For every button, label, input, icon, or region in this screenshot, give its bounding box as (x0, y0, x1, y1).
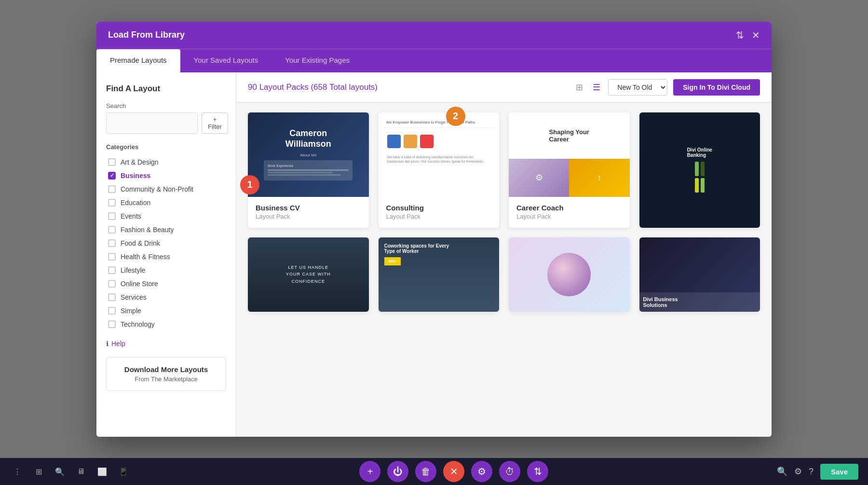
card-info-career-coach: Career Coach Layout Pack (509, 197, 630, 228)
tab-premade[interactable]: Premade Layouts (96, 49, 180, 72)
cat-checkbox-community (108, 185, 116, 193)
tab-saved[interactable]: Your Saved Layouts (180, 49, 272, 72)
cat-checkbox-food (108, 239, 116, 247)
modal-header: Load From Library ⇅ ✕ (96, 22, 772, 49)
layout-count-sub: (658 Total layouts) (311, 83, 378, 92)
card-name-business-cv: Business CV (256, 204, 361, 212)
tablet-button[interactable]: ⬜ (95, 464, 110, 479)
tab-bar: Premade Layouts Your Saved Layouts Your … (96, 49, 772, 72)
help-row[interactable]: ℹ Help (106, 340, 226, 347)
preview-business-cv: CameronWilliamson About Me Work Experien… (248, 112, 369, 197)
load-library-modal: Load From Library ⇅ ✕ Premade Layouts Yo… (96, 22, 772, 437)
trash-button[interactable]: 🗑 (415, 461, 436, 482)
cat-checkbox-health (108, 253, 116, 261)
sort-select[interactable]: New To Old Old To New A to Z Z to A (608, 79, 667, 96)
category-food[interactable]: Food & Drink (106, 236, 226, 250)
category-services[interactable]: Services (106, 291, 226, 304)
sign-in-button[interactable]: Sign In To Divi Cloud (673, 79, 760, 96)
card-name-consulting: Consulting (386, 204, 492, 212)
category-events[interactable]: Events (106, 209, 226, 223)
card-business-cv[interactable]: CameronWilliamson About Me Work Experien… (248, 112, 369, 228)
card-consulting[interactable]: We Empower Businesses to Forge Their Own… (379, 112, 500, 228)
sidebar: Find A Layout Search + Filter Categories… (96, 72, 236, 437)
card-preview-coworking: Coworking spaces for EveryType of Worker… (379, 237, 500, 312)
search-row: + Filter (106, 112, 226, 134)
card-coworking[interactable]: Coworking spaces for EveryType of Worker… (379, 237, 500, 312)
category-lifestyle[interactable]: Lifestyle (106, 263, 226, 277)
settings-right-icon[interactable]: ⚙ (794, 466, 802, 477)
download-box: Download More Layouts From The Marketpla… (106, 357, 226, 391)
main-content: 90 Layout Packs (658 Total layouts) ⊞ ☰ … (236, 72, 772, 437)
category-technology[interactable]: Technology (106, 318, 226, 331)
filter-button[interactable]: + Filter (202, 112, 228, 134)
grid-view-icon[interactable]: ⊞ (574, 80, 585, 95)
card-info-business-cv: Business CV Layout Pack (248, 197, 369, 228)
bottom-toolbar-center: + ⏻ 🗑 ✕ ⚙ ⏱ ⇅ (359, 461, 548, 482)
list-view-icon[interactable]: ☰ (591, 80, 602, 95)
category-business[interactable]: ✓ Business (106, 169, 226, 182)
close-modal-icon[interactable]: ✕ (752, 29, 760, 41)
bottom-toolbar-right: 🔍 ⚙ ? Save (777, 464, 858, 480)
cat-checkbox-simple (108, 307, 116, 315)
card-consultant[interactable]: Consultant Layout Pack (509, 237, 630, 312)
category-education[interactable]: Education (106, 196, 226, 209)
settings-button[interactable]: ⚙ (471, 461, 492, 482)
card-preview-attorney: LET US HANDLEYOUR CASE WITHCONFIDENCE (248, 237, 369, 312)
save-button[interactable]: Save (820, 464, 858, 480)
modal-title: Load From Library (108, 30, 185, 40)
modal-body: Find A Layout Search + Filter Categories… (96, 72, 772, 437)
grid-wrapper: 1 2 CameronWilliamson (248, 112, 760, 312)
mobile-button[interactable]: 📱 (116, 464, 131, 479)
layout-count: 90 Layout Packs (658 Total layouts) (248, 83, 378, 92)
help-right-icon[interactable]: ? (809, 467, 814, 477)
bottom-toolbar: ⋮ ⊞ 🔍 🖥 ⬜ 📱 + ⏻ 🗑 ✕ ⚙ ⏱ ⇅ 🔍 ⚙ ? Save (0, 458, 868, 485)
category-art[interactable]: Art & Design (106, 155, 226, 169)
card-preview-career-coach: Shaping YourCareer ⚙ ↑ (509, 112, 630, 197)
dots-menu-button[interactable]: ⋮ (10, 464, 25, 479)
card-preview-consulting: We Empower Businesses to Forge Their Own… (379, 112, 500, 197)
search-right-icon[interactable]: 🔍 (777, 466, 787, 477)
card-preview-consultant (509, 237, 630, 312)
modal-header-actions: ⇅ ✕ (736, 29, 760, 41)
modal-overlay: Load From Library ⇅ ✕ Premade Layouts Yo… (0, 0, 868, 458)
category-community[interactable]: Community & Non-Profit (106, 182, 226, 196)
category-simple[interactable]: Simple (106, 304, 226, 318)
sort-icon[interactable]: ⇅ (736, 29, 744, 41)
download-box-sub: From The Marketplace (114, 375, 218, 383)
card-preview-corporate: Divi BusinessSolutions (639, 237, 760, 312)
download-box-title: Download More Layouts (114, 365, 218, 374)
cat-checkbox-business: ✓ (108, 172, 116, 180)
add-button[interactable]: + (359, 461, 380, 482)
card-type-business-cv: Layout Pack (256, 213, 361, 220)
grid-area: 1 2 CameronWilliamson (236, 103, 772, 437)
cat-checkbox-online-store (108, 280, 116, 288)
close-button[interactable]: ✕ (443, 461, 464, 482)
card-type-consulting: Layout Pack (386, 213, 492, 220)
card-preview-business-cv: CameronWilliamson About Me Work Experien… (248, 112, 369, 197)
cat-checkbox-events (108, 212, 116, 220)
card-corporate[interactable]: Divi BusinessSolutions Corporate Layout … (639, 237, 760, 312)
card-attorney[interactable]: LET US HANDLEYOUR CASE WITHCONFIDENCE At… (248, 237, 369, 312)
cat-checkbox-art (108, 158, 116, 166)
help-icon: ℹ (106, 340, 108, 347)
sidebar-title: Find A Layout (106, 84, 226, 94)
badge-1: 1 (240, 175, 259, 194)
search-input[interactable] (106, 112, 198, 134)
card-preview-online-banking: Divi OnlineBanking (639, 112, 760, 228)
category-health[interactable]: Health & Fitness (106, 250, 226, 263)
card-career-coach[interactable]: Shaping YourCareer ⚙ ↑ (509, 112, 630, 228)
layout-button[interactable]: ⊞ (31, 464, 46, 479)
cat-checkbox-technology (108, 320, 116, 328)
category-online-store[interactable]: Online Store (106, 277, 226, 291)
tab-existing[interactable]: Your Existing Pages (271, 49, 363, 72)
search-button[interactable]: 🔍 (52, 464, 68, 479)
card-online-banking[interactable]: Divi OnlineBanking Online (639, 112, 760, 228)
cat-checkbox-education (108, 199, 116, 207)
search-label: Search (106, 102, 226, 110)
desktop-button[interactable]: 🖥 (73, 464, 89, 479)
power-button[interactable]: ⏻ (387, 461, 408, 482)
sort-toolbar-button[interactable]: ⇅ (527, 461, 548, 482)
history-button[interactable]: ⏱ (499, 461, 520, 482)
category-fashion[interactable]: Fashion & Beauty (106, 223, 226, 236)
categories-title: Categories (106, 143, 226, 151)
